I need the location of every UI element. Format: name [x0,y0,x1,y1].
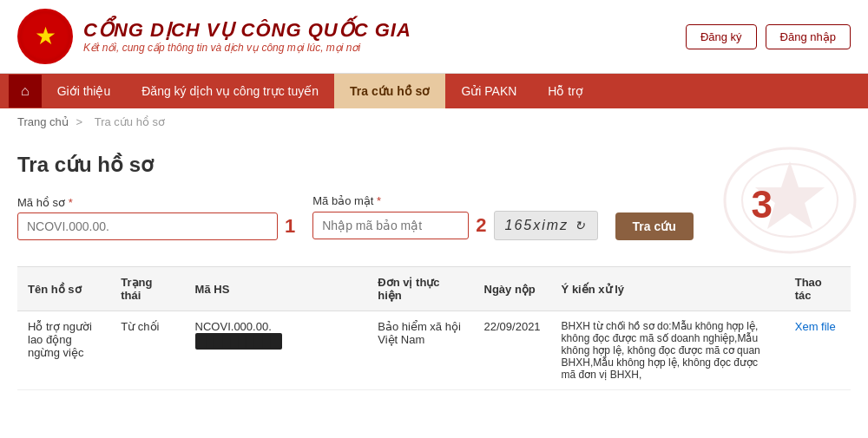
star-icon: ★ [35,24,56,49]
captcha-refresh-icon[interactable]: ↻ [575,219,587,232]
breadcrumb-home[interactable]: Trang chủ [17,115,69,128]
nav-item-ho-tro[interactable]: Hỗ trợ [532,74,599,108]
ma-bao-mat-label: Mã bảo mật * [312,194,597,207]
search-button[interactable]: Tra cứu [615,212,694,240]
header-title-block: CỔNG DỊCH VỤ CÔNG QUỐC GIA Kết nối, cung… [83,19,411,54]
nav-item-gioi-thieu[interactable]: Giới thiệu [42,74,127,108]
site-title: CỔNG DỊCH VỤ CÔNG QUỐC GIA [83,19,411,42]
col-ngay-nop: Ngày nộp [474,267,551,311]
xem-file-link[interactable]: Xem file [795,320,836,333]
step-number-1: 1 [285,215,295,238]
required-marker-1: * [69,196,73,209]
cell-y-kien: BHXH từ chối hồ sơ do:Mẫu không hợp lệ, … [551,311,785,390]
site-subtitle: Kết nối, cung cấp thông tin và dịch vụ c… [83,42,411,54]
breadcrumb: Trang chủ > Tra cứu hồ sơ [0,108,868,135]
ma-ho-so-group: Mã hồ sơ * 1 [17,196,295,240]
required-marker-2: * [377,194,381,207]
table-header-row: Tên hồ sơ Trạng thái Mã HS Đơn vị thực h… [17,267,851,311]
ma-bao-mat-group: Mã bảo mật * 2 165ximz ↻ [312,194,597,240]
ma-ho-so-input-wrapper: 1 [17,212,295,240]
login-button[interactable]: Đăng nhập [766,24,851,49]
col-y-kien: Ý kiến xử lý [551,267,785,311]
cell-ngay-nop: 22/09/2021 [474,311,551,390]
col-trang-thai: Trạng thái [110,267,184,311]
cell-thao-tac: Xem file [785,311,851,390]
nav-item-gui-pakn[interactable]: Gửi PAKN [445,74,532,108]
navbar: ⌂ Giới thiệu Đăng ký dịch vụ công trực t… [0,74,868,108]
nav-item-tra-cuu[interactable]: Tra cứu hồ sơ [334,74,445,108]
cell-ma-hs: NCOVI.000.00. ██████████ [185,311,368,390]
header: ★ CỔNG DỊCH VỤ CÔNG QUỐC GIA Kết nối, cu… [0,0,868,74]
header-left: ★ CỔNG DỊCH VỤ CÔNG QUỐC GIA Kết nối, cu… [17,9,411,64]
table-row: Hỗ trợ người lao động ngừng việc Từ chối… [17,311,851,390]
ma-ho-so-input[interactable] [17,212,278,240]
results-table-container: Tên hồ sơ Trạng thái Mã HS Đơn vị thực h… [17,266,851,390]
search-button-group: Tra cứu [615,212,694,240]
page-title: Tra cứu hồ sơ [17,153,851,177]
breadcrumb-current: Tra cứu hồ sơ [95,115,165,128]
cell-ten-ho-so: Hỗ trợ người lao động ngừng việc [17,311,110,390]
cell-trang-thai: Từ chối [110,311,184,390]
captcha-group: 2 165ximz ↻ [312,211,597,240]
nav-home-button[interactable]: ⌂ [9,75,42,108]
main-content: 3 Tra cứu hồ sơ Mã hồ sơ * 1 Mã bảo mật … [0,135,868,408]
col-ten-ho-so: Tên hồ sơ [17,267,110,311]
ma-ho-so-label: Mã hồ sơ * [17,196,295,209]
col-ma-hs: Mã HS [185,267,368,311]
logo: ★ [17,9,73,64]
header-buttons: Đăng ký Đăng nhập [686,24,851,49]
masked-id: ██████████ [195,333,282,350]
ma-bao-mat-input[interactable] [312,212,469,239]
captcha-display: 165ximz ↻ [494,211,598,240]
step-number-3: 3 [752,183,773,226]
register-button[interactable]: Đăng ký [686,24,757,49]
nav-item-dang-ky[interactable]: Đăng ký dịch vụ công trực tuyến [126,74,334,108]
col-don-vi: Đơn vị thực hiện [367,267,473,311]
cell-don-vi: Bảo hiểm xã hội Việt Nam [367,311,473,390]
results-table: Tên hồ sơ Trạng thái Mã HS Đơn vị thực h… [17,267,851,390]
breadcrumb-separator: > [76,115,82,128]
search-form: Mã hồ sơ * 1 Mã bảo mật * 2 165ximz ↻ [17,194,851,240]
col-thao-tac: Thao tác [785,267,851,311]
step-number-2: 2 [476,214,486,237]
